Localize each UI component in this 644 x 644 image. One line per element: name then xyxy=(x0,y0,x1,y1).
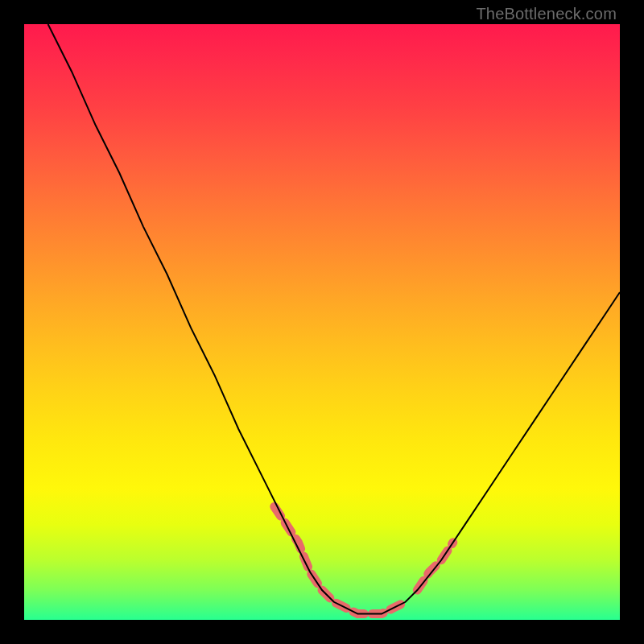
curve-layer xyxy=(48,24,620,614)
chart-svg xyxy=(24,24,620,620)
chart-stage: TheBottleneck.com xyxy=(0,0,644,644)
watermark-text: TheBottleneck.com xyxy=(476,5,617,23)
plot-area xyxy=(24,24,620,620)
bottleneck-curve xyxy=(48,24,620,614)
highlight-layer xyxy=(275,506,453,613)
